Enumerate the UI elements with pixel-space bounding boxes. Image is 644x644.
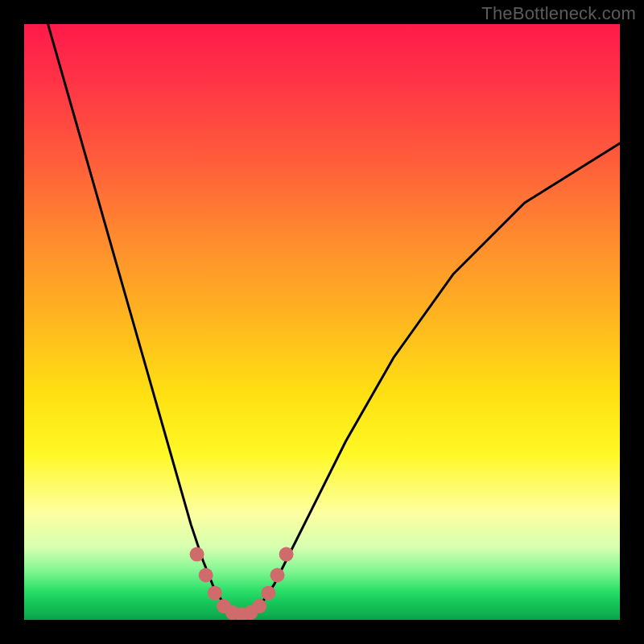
marker-dot (199, 568, 213, 583)
marker-dot (190, 547, 204, 562)
marker-dot (208, 586, 222, 601)
bottleneck-curve-svg (24, 24, 620, 620)
marker-dot (270, 568, 285, 583)
chart-plot-area (24, 24, 620, 620)
marker-dot (279, 547, 294, 562)
watermark-text: TheBottleneck.com (481, 3, 636, 24)
curve-marker-dots (190, 547, 294, 620)
marker-dot (252, 599, 266, 613)
bottleneck-curve-line (48, 24, 620, 617)
marker-dot (261, 586, 275, 601)
